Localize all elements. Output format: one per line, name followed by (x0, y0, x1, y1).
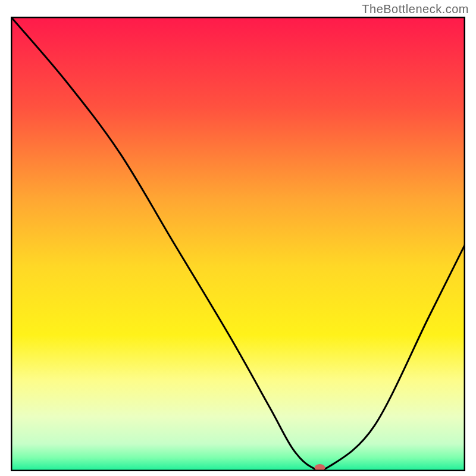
watermark: TheBottleneck.com (362, 2, 469, 16)
bottleneck-chart (11, 17, 465, 471)
plot-background (11, 17, 465, 471)
